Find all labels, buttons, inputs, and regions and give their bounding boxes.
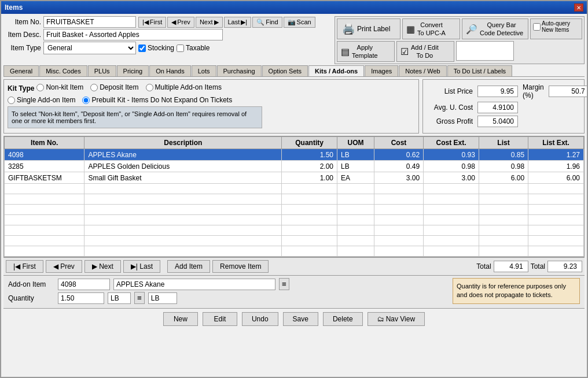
next-button[interactable]: Next ▶	[196, 17, 223, 28]
cell-list-ext: 1.96	[528, 161, 584, 172]
prev-button[interactable]: ◀ Prev	[167, 17, 194, 28]
table-row[interactable]: GIFTBASKETSM Small Gift Basket 1.00 EA 3…	[5, 172, 584, 184]
table-row-empty	[5, 236, 584, 246]
tab-notes-web[interactable]: Notes / Web	[399, 65, 446, 76]
convert-icon: ▦	[406, 24, 415, 35]
tab-misc-codes[interactable]: Misc. Codes	[39, 65, 87, 76]
total-cost-label: Total	[476, 262, 491, 270]
new-button[interactable]: New	[163, 312, 198, 326]
close-button[interactable]: ✕	[574, 3, 583, 12]
item-no-input[interactable]	[43, 16, 136, 28]
table-row[interactable]: 4098 APPLES Akane 1.50 LB 0.62 0.93 0.85…	[5, 149, 584, 161]
table-row-empty	[5, 184, 584, 194]
single-addon-radio[interactable]	[8, 97, 15, 104]
addon-item-name-input[interactable]	[113, 279, 275, 290]
auto-query-checkbox[interactable]	[533, 23, 541, 31]
tab-option-sets[interactable]: Option Sets	[262, 65, 308, 76]
remove-item-button[interactable]: Remove Item	[212, 260, 269, 273]
deposit-radio[interactable]	[90, 84, 98, 91]
non-kit-radio[interactable]	[36, 84, 44, 91]
single-addon-radio-label[interactable]: Single Add-on Item	[8, 96, 75, 104]
delete-button[interactable]: Delete	[323, 312, 363, 326]
non-kit-radio-label[interactable]: Non-kit Item	[36, 83, 83, 91]
tab-todo-labels[interactable]: To Do List / Labels	[447, 65, 513, 76]
table-row[interactable]: 3285 APPLES Golden Delicious 2.00 LB 0.4…	[5, 161, 584, 172]
query-bar-code-button[interactable]: 🔎 Query Bar Code Detective	[462, 18, 528, 39]
list-price-label: List Price	[427, 87, 473, 95]
bottom-last-button[interactable]: ▶| Last	[123, 260, 160, 273]
col-cost-ext: Cost Ext.	[424, 137, 479, 149]
undo-button[interactable]: Undo	[242, 312, 278, 326]
addon-quantity-input[interactable]	[58, 292, 104, 304]
taxable-checkbox-container[interactable]: Taxable	[177, 44, 210, 52]
tab-lots[interactable]: Lots	[192, 65, 216, 76]
item-desc-label: Item Desc.	[3, 31, 41, 39]
item-type-select[interactable]: General Kit Add-on	[43, 42, 136, 54]
tab-pricing[interactable]: Pricing	[117, 65, 149, 76]
stocking-checkbox-container[interactable]: Stocking	[138, 44, 174, 52]
bottom-first-button[interactable]: |◀ First	[6, 260, 43, 273]
tab-purchasing[interactable]: Purchasing	[217, 65, 262, 76]
addon-item-no-input[interactable]	[58, 279, 110, 290]
multiple-radio[interactable]	[146, 84, 153, 91]
addon-uom-input[interactable]	[108, 292, 131, 304]
cell-uom: LB	[337, 161, 374, 172]
apply-template-button[interactable]: ▤ Apply Template	[337, 41, 395, 62]
addon-quantity-row: Quantity ≡	[8, 292, 448, 304]
bottom-next-button[interactable]: ▶ Next	[84, 260, 121, 273]
tab-plus[interactable]: PLUs	[88, 65, 116, 76]
addon-note-box: Quantity is for reference purposes only …	[453, 278, 580, 304]
table-row-empty	[5, 205, 584, 215]
taxable-checkbox[interactable]	[177, 45, 184, 52]
tab-general[interactable]: General	[3, 65, 39, 76]
bottom-nav: |◀ First ◀ Prev ▶ Next ▶| Last Add Item …	[3, 257, 585, 275]
prebuilt-radio[interactable]	[82, 97, 90, 104]
multiple-radio-label[interactable]: Multiple Add-on Items	[146, 83, 222, 91]
cell-list: 6.00	[479, 172, 528, 184]
last-button[interactable]: Last ▶|	[224, 17, 252, 28]
bottom-prev-button[interactable]: ◀ Prev	[46, 260, 82, 273]
cell-uom: LB	[337, 149, 374, 161]
table-header: Item No. Description Quantity UOM Cost C…	[5, 137, 584, 149]
prebuilt-radio-label[interactable]: Prebuilt Kit - Items Do Not Expand On Ti…	[82, 96, 232, 104]
gross-profit-row: Gross Profit 5.0400	[427, 116, 580, 127]
col-cost: Cost	[374, 137, 423, 149]
addon-uom2-input[interactable]	[148, 292, 177, 304]
addon-fields: Add-on Item ≡ Quantity ≡	[8, 278, 448, 306]
cell-list-ext: 1.27	[528, 149, 584, 161]
addon-lookup-button[interactable]: ≡	[279, 278, 289, 290]
multiple-label: Multiple Add-on Items	[155, 83, 222, 91]
print-label-button[interactable]: 🖨️ Print Label	[337, 18, 400, 39]
first-button[interactable]: |◀ First	[138, 17, 166, 28]
todo-input[interactable]	[456, 41, 514, 61]
save-button[interactable]: Save	[283, 312, 318, 326]
scan-button[interactable]: 📷 Scan	[284, 17, 315, 28]
window-controls[interactable]: ✕	[574, 3, 583, 12]
edit-button[interactable]: Edit	[203, 312, 237, 326]
right-action-panel: 🖨️ Print Label ▦ Convert To UPC-A 🔎 Q	[335, 16, 585, 64]
addon-uom-lookup-button[interactable]: ≡	[134, 292, 145, 304]
col-quantity: Quantity	[282, 137, 337, 149]
footer-buttons: New Edit Undo Save Delete 🗂 Nav View	[3, 308, 585, 329]
tab-on-hands[interactable]: On Hands	[149, 65, 191, 76]
stocking-checkbox[interactable]	[138, 45, 146, 52]
convert-upc-button[interactable]: ▦ Convert To UPC-A	[402, 18, 460, 39]
auto-query-container: Auto-queryNew Items	[530, 18, 582, 39]
deposit-radio-label[interactable]: Deposit Item	[90, 83, 138, 91]
add-item-button[interactable]: Add Item	[167, 260, 210, 273]
item-desc-input[interactable]	[43, 29, 223, 40]
find-button[interactable]: 🔍 Find	[252, 17, 282, 28]
tab-images[interactable]: Images	[365, 65, 398, 76]
next-icon: ▶	[214, 18, 219, 26]
right-action-row1: 🖨️ Print Label ▦ Convert To UPC-A 🔎 Q	[337, 18, 582, 39]
tab-bar: General Misc. Codes PLUs Pricing On Hand…	[3, 65, 585, 77]
nav-view-button[interactable]: 🗂 Nav View	[368, 312, 425, 326]
find-icon: 🔍	[256, 18, 264, 26]
cell-cost: 0.49	[374, 161, 423, 172]
add-edit-todo-button[interactable]: ☑ Add / Edit To Do	[396, 41, 454, 62]
total-list-value: 9.23	[547, 261, 582, 272]
template-icon: ▤	[341, 46, 350, 57]
tab-kits-addons[interactable]: Kits / Add-ons	[308, 65, 364, 76]
main-window: Items ✕ Item No. |◀ First	[0, 0, 588, 378]
addon-content: Add-on Item ≡ Quantity ≡ Quantity is f	[8, 278, 580, 306]
